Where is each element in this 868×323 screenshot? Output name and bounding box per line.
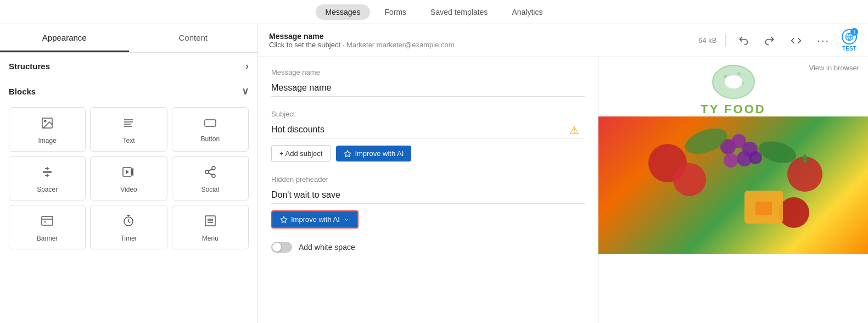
blocks-chevron-icon[interactable]: ∨ <box>242 85 249 97</box>
content-split: Message name Subject ⚠ + Add subject Imp… <box>258 57 868 323</box>
block-label-banner: Banner <box>37 235 58 242</box>
block-item-video[interactable]: Video <box>90 156 167 201</box>
svg-point-37 <box>673 163 706 196</box>
svg-point-42 <box>724 153 738 168</box>
subject-input[interactable] <box>271 121 585 138</box>
block-item-menu[interactable]: Menu <box>172 205 249 249</box>
structures-chevron-icon[interactable]: › <box>245 60 249 72</box>
block-item-button[interactable]: Button <box>172 107 249 152</box>
left-sidebar: Appearance Content Structures › Blocks ∨… <box>0 24 258 323</box>
redo-button[interactable] <box>761 33 779 48</box>
block-label-spacer: Spacer <box>37 186 58 193</box>
warning-icon: ⚠ <box>569 124 579 137</box>
add-whitespace-label: Add white space <box>299 243 355 252</box>
header-divider <box>725 34 726 47</box>
svg-point-35 <box>742 82 744 85</box>
message-header-bar: Message name Click to set the subject · … <box>258 24 868 57</box>
tab-forms[interactable]: Forms <box>374 4 416 20</box>
improve-ai-subject-label: Improve with AI <box>355 149 404 158</box>
svg-point-34 <box>737 73 740 75</box>
subject-group: Subject ⚠ + Add subject Improve with AI <box>271 110 585 162</box>
test-label: TEST <box>842 46 856 52</box>
add-subject-button[interactable]: + Add subject <box>271 145 331 162</box>
svg-point-44 <box>749 151 762 164</box>
sidebar-tabs: Appearance Content <box>0 24 257 53</box>
menu-icon <box>204 214 217 230</box>
svg-marker-15 <box>126 170 129 174</box>
add-whitespace-toggle[interactable] <box>271 242 292 253</box>
message-email: · Marketer marketer@example.com <box>343 41 455 49</box>
structures-section-header: Structures › <box>0 53 257 77</box>
blocks-label: Blocks <box>9 87 36 96</box>
message-name-title: Message name <box>269 32 455 41</box>
social-icon <box>204 165 217 181</box>
hidden-preheader-label: Hidden preheader <box>271 175 585 183</box>
block-label-image: Image <box>38 137 56 144</box>
svg-line-20 <box>208 169 212 171</box>
blocks-grid: Image Text Button Spacer <box>0 103 257 254</box>
message-header-left: Message name Click to set the subject · … <box>269 32 455 49</box>
improve-ai-preheader-label: Improve with AI <box>291 215 340 224</box>
tab-saved-templates[interactable]: Saved templates <box>421 4 497 20</box>
block-item-text[interactable]: Text <box>90 107 167 152</box>
block-item-banner[interactable]: Banner <box>9 205 86 249</box>
svg-point-17 <box>205 170 209 174</box>
svg-point-32 <box>725 75 742 88</box>
test-badge: 1 <box>850 28 858 36</box>
button-icon <box>204 118 217 131</box>
block-label-video: Video <box>120 186 137 193</box>
preview-panel: View in browser TY FOOD <box>598 57 868 323</box>
block-label-social: Social <box>201 186 219 193</box>
block-item-social[interactable]: Social <box>172 156 249 201</box>
preview-veggie-image <box>598 116 868 254</box>
tab-analytics[interactable]: Analytics <box>502 4 552 20</box>
block-label-menu: Menu <box>202 235 219 242</box>
message-subject-click[interactable]: Click to set the subject · Marketer mark… <box>269 41 455 49</box>
test-button[interactable]: 1 TEST <box>842 29 857 52</box>
preview-content: TY FOOD <box>598 57 868 323</box>
banner-icon <box>41 214 54 230</box>
sidebar-tab-content[interactable]: Content <box>129 24 258 52</box>
svg-rect-21 <box>42 216 53 225</box>
improve-ai-subject-button[interactable]: Improve with AI <box>336 146 411 162</box>
improve-ai-preheader-button[interactable]: Improve with AI <box>271 210 359 229</box>
message-name-group: Message name <box>271 68 585 97</box>
subject-label: Subject <box>271 110 585 118</box>
undo-button[interactable] <box>735 33 752 48</box>
svg-rect-6 <box>205 120 216 126</box>
svg-rect-46 <box>755 202 772 215</box>
toggle-knob <box>272 243 281 252</box>
block-item-image[interactable]: Image <box>9 107 86 152</box>
donut-logo <box>709 63 758 101</box>
blocks-section-header: Blocks ∨ <box>0 77 257 103</box>
veggie-svg <box>635 119 832 251</box>
image-icon <box>41 116 54 132</box>
subject-actions: + Add subject Improve with AI <box>271 145 585 162</box>
spacer-icon <box>41 165 54 181</box>
block-item-spacer[interactable]: Spacer <box>9 156 86 201</box>
right-area: Message name Click to set the subject · … <box>258 24 868 323</box>
preheader-input[interactable] <box>271 187 585 204</box>
form-panel: Message name Subject ⚠ + Add subject Imp… <box>258 57 598 323</box>
code-button[interactable] <box>787 33 805 48</box>
block-label-timer: Timer <box>120 235 137 242</box>
globe-icon: 1 <box>842 29 857 44</box>
svg-point-1 <box>44 120 46 122</box>
structures-label: Structures <box>9 62 50 71</box>
main-layout: Appearance Content Structures › Blocks ∨… <box>0 24 868 323</box>
view-in-browser-link[interactable]: View in browser <box>809 64 859 72</box>
top-navigation: Messages Forms Saved templates Analytics <box>0 0 868 24</box>
svg-point-47 <box>681 124 730 159</box>
click-to-set-subject[interactable]: Click to set the subject <box>269 41 340 49</box>
tab-messages[interactable]: Messages <box>316 4 371 20</box>
block-label-button: Button <box>200 135 220 143</box>
svg-line-19 <box>208 173 212 175</box>
message-name-input[interactable] <box>271 80 585 97</box>
svg-point-50 <box>803 154 807 163</box>
video-icon <box>122 165 135 181</box>
block-label-text: Text <box>122 137 135 144</box>
block-item-timer[interactable]: Timer <box>90 205 167 249</box>
more-button[interactable]: ··· <box>814 32 833 49</box>
svg-point-16 <box>212 166 215 170</box>
sidebar-tab-appearance[interactable]: Appearance <box>0 24 129 52</box>
